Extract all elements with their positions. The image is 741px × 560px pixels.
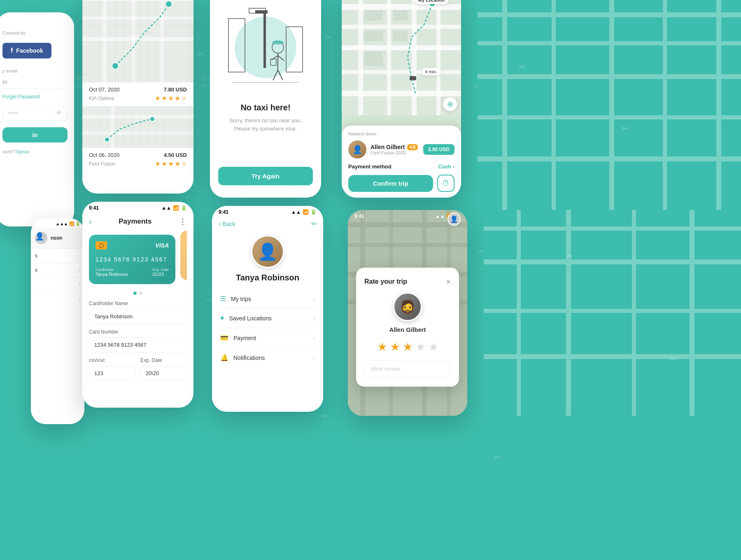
confirm-trip-button[interactable]: Confirm trip [348, 175, 433, 192]
username-label: nson [51, 235, 63, 241]
svg-rect-58 [484, 354, 741, 359]
deco-scissors: ✂ [478, 247, 484, 256]
card-brand: VISA [155, 242, 169, 249]
forget-password-link[interactable]: Forget Password [2, 94, 40, 100]
back-icon[interactable]: ‹ [89, 217, 92, 226]
sidebar-item-1[interactable]: s › [35, 249, 80, 263]
chip-icon: ⬡ [99, 242, 104, 249]
phone-map-driver: My Location 4 min. ⊕ Nearest driver 👤 Al… [342, 0, 461, 198]
timer-button[interactable]: ⏱ [437, 175, 454, 192]
dot-inactive [139, 292, 142, 295]
expiry-date-input[interactable]: 20\20 [140, 366, 187, 381]
rating-stars[interactable]: ★ ★ ★ ★ ★ [364, 340, 451, 354]
more-icon[interactable]: ⋮ [179, 217, 187, 226]
driver-price: 2.80 USD [423, 144, 454, 155]
phone-rate-trip: 9:41 ▲▲📶🔋 👤 Rate your trip × 🧔 [348, 210, 467, 416]
payment-method-label: Payment method [348, 163, 391, 170]
expiry-date-label: Exp. Date [140, 357, 187, 363]
payment-method-value[interactable]: Cash › [438, 163, 454, 170]
svg-rect-5 [263, 10, 266, 68]
signup-link[interactable]: Signup [15, 149, 29, 154]
driver-name: Allen Gilbert [370, 144, 405, 150]
route-svg [82, 0, 193, 82]
review-input[interactable]: Write review... [364, 360, 451, 377]
svg-rect-57 [484, 309, 741, 313]
svg-rect-25 [358, 0, 363, 115]
payment-item[interactable]: 💳 Payment › [220, 328, 315, 348]
driver-avatar: 👤 [348, 140, 366, 159]
user-avatar: 👤 [35, 232, 47, 244]
card-number-input[interactable]: 1234 5678 9123 4567 [89, 337, 187, 352]
cardholder-display-label: Cardholder [96, 268, 128, 272]
eye-icon[interactable]: 👁 [56, 110, 62, 117]
compass-button[interactable]: ⊕ [443, 97, 457, 111]
driver-car: Ford Fusion 2020 [370, 150, 419, 155]
edit-icon[interactable]: ✏ [311, 220, 317, 228]
modal-close-icon[interactable]: × [446, 278, 451, 286]
bg-map-deco [478, 0, 741, 214]
trip1-amount: 7.80 USD [164, 86, 187, 93]
facebook-label: Facebook [16, 47, 43, 54]
card-number-label: Card Number [89, 329, 187, 335]
card-number-display: 1234 5678 9123 4567 [96, 256, 169, 263]
svg-rect-62 [690, 210, 694, 416]
trips-chevron-icon: › [313, 295, 315, 303]
deco-scissors: ✂ [321, 412, 327, 421]
login-button[interactable]: in [2, 127, 68, 142]
sidebar-item-3[interactable]: › [35, 278, 80, 292]
phone-login: Connect by: f Facebook y email: m Forget… [0, 12, 74, 226]
facebook-button[interactable]: f Facebook [2, 43, 51, 58]
svg-rect-56 [484, 259, 741, 264]
svg-point-1 [165, 1, 172, 7]
trip1-date: Oct 07, 2020 [89, 86, 119, 93]
star-1[interactable]: ★ [377, 340, 387, 354]
no-taxi-title: No taxi here! [222, 103, 309, 112]
trip2-date: Oct 06, 2020 [89, 152, 119, 158]
notifications-item[interactable]: 🔔 Notifications › [220, 348, 315, 367]
notifications-icon: 🔔 [220, 354, 228, 362]
phone-payments: 9:41 ▲▲📶🔋 ‹ Payments ⋮ ⬡ VISA [82, 202, 193, 408]
rate-driver-name: Allen Gilbert [389, 326, 426, 333]
sidebar-item-1-label: s [35, 253, 37, 259]
route-svg2 [82, 107, 193, 148]
cvv-label: cvv\cvc [89, 357, 135, 363]
cardholder-display-value: Tanya Robinson [96, 272, 128, 277]
sidebar-chevron-1: › [79, 253, 80, 259]
back-label: Back [222, 221, 235, 227]
star-5[interactable]: ★ [428, 340, 438, 354]
saved-locations-label: Saved Locations [229, 315, 272, 322]
modal-title: Rate your trip [364, 278, 407, 285]
cardholder-name-input[interactable]: Tanya Robinson [89, 309, 187, 324]
svg-rect-31 [364, 31, 383, 41]
right-panel-top: ✂ ✂ [478, 0, 741, 214]
star-2[interactable]: ★ [390, 340, 400, 354]
deco-scissors: ✂ [325, 33, 331, 42]
saved-chevron-icon: › [313, 315, 315, 322]
saved-locations-item[interactable]: ♥ Saved Locations › [220, 309, 315, 328]
no-taxi-subtitle: Sorry, there's no taxi near you. Please … [222, 117, 309, 133]
phone-no-taxi: No taxi here! Sorry, there's no taxi nea… [210, 0, 321, 198]
trip1-stars: ★★★★★ [155, 94, 187, 102]
trip1-car: KIA Optima [89, 96, 114, 101]
svg-rect-32 [393, 31, 408, 41]
deco-scissors: ✂ [494, 453, 500, 462]
star-4[interactable]: ★ [415, 340, 426, 354]
back-button[interactable]: ‹ Back [219, 220, 235, 228]
cvv-input[interactable]: 123 [89, 366, 135, 381]
svg-rect-27 [412, 0, 417, 115]
trip2-car: Ford Fusion [89, 161, 115, 167]
svg-rect-51 [552, 0, 556, 214]
try-again-button[interactable]: Try Again [218, 167, 313, 185]
sidebar-item-2[interactable]: s › [35, 263, 80, 278]
dot-active [133, 292, 137, 295]
payments-time: 9:41 [89, 205, 99, 211]
phone-profile: 9:41 ▲▲📶🔋 ‹ Back ✏ 👤 Tanya Robinson [212, 206, 323, 412]
my-trips-item[interactable]: ☰ My trips › [220, 289, 315, 309]
eta-label: 4 min. [422, 68, 440, 75]
user-avatar-button[interactable]: 👤 [447, 212, 461, 226]
battery-icon: 🔋 [75, 222, 80, 226]
star-3[interactable]: ★ [403, 340, 413, 354]
sidebar-item-4[interactable]: › [35, 292, 80, 306]
my-location-label: My Location [414, 0, 449, 4]
svg-point-3 [150, 117, 155, 121]
